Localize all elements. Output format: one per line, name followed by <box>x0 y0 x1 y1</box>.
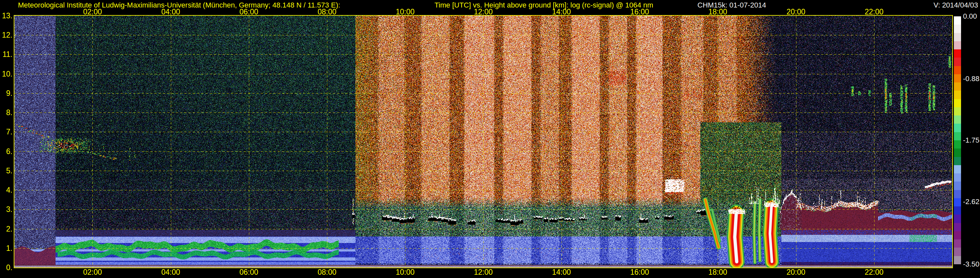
colorbar-segment <box>954 16 961 24</box>
colorbar-tick-label: -2.62 <box>963 198 979 205</box>
colorbar-tick-label: -3.50 <box>963 260 979 268</box>
colorbar-segment <box>954 190 961 198</box>
y-tick-label: 6. <box>0 147 13 155</box>
colorbar-segment <box>954 214 961 223</box>
x-tick-label: 12:00 <box>474 8 493 16</box>
x-tick-label: 18:00 <box>708 8 727 16</box>
colorbar <box>954 16 961 264</box>
colorbar-segment <box>954 165 961 173</box>
y-tick-label: 9. <box>0 89 13 97</box>
colorbar-segment <box>954 33 961 41</box>
version-label: V: 2014/04/03 <box>934 1 978 10</box>
x-tick-label: 04:00 <box>161 8 180 16</box>
colorbar-segment <box>954 66 961 74</box>
x-tick-label: 16:00 <box>630 268 649 276</box>
x-tick-label: 20:00 <box>787 268 805 276</box>
plot-title: Time [UTC] vs. Height above ground [km]:… <box>434 1 653 10</box>
x-tick-label: 14:00 <box>552 268 571 276</box>
y-tick-label: 12. <box>0 31 13 39</box>
colorbar-segment <box>954 24 961 33</box>
x-tick-label: 06:00 <box>239 268 258 276</box>
colorbar-segment <box>954 182 961 190</box>
colorbar-tick-label: 0.00 <box>963 13 977 20</box>
colorbar-segment <box>954 223 961 231</box>
y-tick-label: 13. <box>0 12 13 20</box>
colorbar-segment <box>954 91 961 99</box>
x-tick-label: 02:00 <box>83 8 102 16</box>
y-tick-label: 11. <box>0 51 13 58</box>
x-tick-label: 20:00 <box>787 8 805 16</box>
y-tick-label: 2. <box>0 225 13 233</box>
device-date-label: CHM15k: 01-07-2014 <box>697 1 766 10</box>
y-tick-label: 4. <box>0 187 13 194</box>
x-tick-label: 06:00 <box>239 8 258 16</box>
colorbar-tick-label: -1.75 <box>963 137 979 144</box>
colorbar-segment <box>954 240 961 248</box>
colorbar-segment <box>954 231 961 240</box>
colorbar-segment <box>954 140 961 149</box>
x-tick-label: 02:00 <box>83 268 102 276</box>
colorbar-segment <box>954 50 961 58</box>
colorbar-segment <box>954 58 961 66</box>
colorbar-segment <box>954 132 961 140</box>
heatmap-canvas <box>14 16 952 268</box>
x-tick-label: 10:00 <box>396 268 415 276</box>
y-tick-label: 8. <box>0 109 13 117</box>
x-tick-label: 14:00 <box>552 8 571 16</box>
colorbar-segment <box>954 256 961 264</box>
colorbar-segment <box>954 173 961 182</box>
colorbar-segment <box>954 99 961 107</box>
x-tick-label: 16:00 <box>630 8 649 16</box>
y-tick-label: 10. <box>0 70 13 78</box>
colorbar-segment <box>954 198 961 206</box>
colorbar-segment <box>954 248 961 256</box>
y-tick-label: 3. <box>0 206 13 213</box>
y-tick-label: 1. <box>0 244 13 252</box>
x-tick-label: 04:00 <box>161 268 180 276</box>
x-tick-label: 22:00 <box>865 268 884 276</box>
colorbar-segment <box>954 115 961 124</box>
x-tick-label: 08:00 <box>318 8 336 16</box>
y-tick-label: 0. <box>0 264 13 272</box>
x-tick-label: 08:00 <box>318 268 336 276</box>
colorbar-segment <box>954 41 961 50</box>
colorbar-segment <box>954 82 961 91</box>
y-tick-label: 5. <box>0 167 13 174</box>
colorbar-segment <box>954 206 961 214</box>
colorbar-segment <box>954 149 961 157</box>
heatmap-plot-area <box>14 15 953 268</box>
colorbar-tick-label: -0.88 <box>963 75 979 82</box>
y-tick-label: 7. <box>0 128 13 136</box>
x-tick-label: 10:00 <box>396 8 415 16</box>
colorbar-segment <box>954 124 961 132</box>
x-tick-label: 22:00 <box>865 8 884 16</box>
ceilometer-quicklook-screen: Meteorological Institute of Ludwig-Maxim… <box>0 0 980 278</box>
x-tick-label: 18:00 <box>708 268 727 276</box>
colorbar-segment <box>954 107 961 115</box>
x-tick-label: 12:00 <box>474 268 493 276</box>
colorbar-segment <box>954 74 961 82</box>
colorbar-segment <box>954 157 961 165</box>
